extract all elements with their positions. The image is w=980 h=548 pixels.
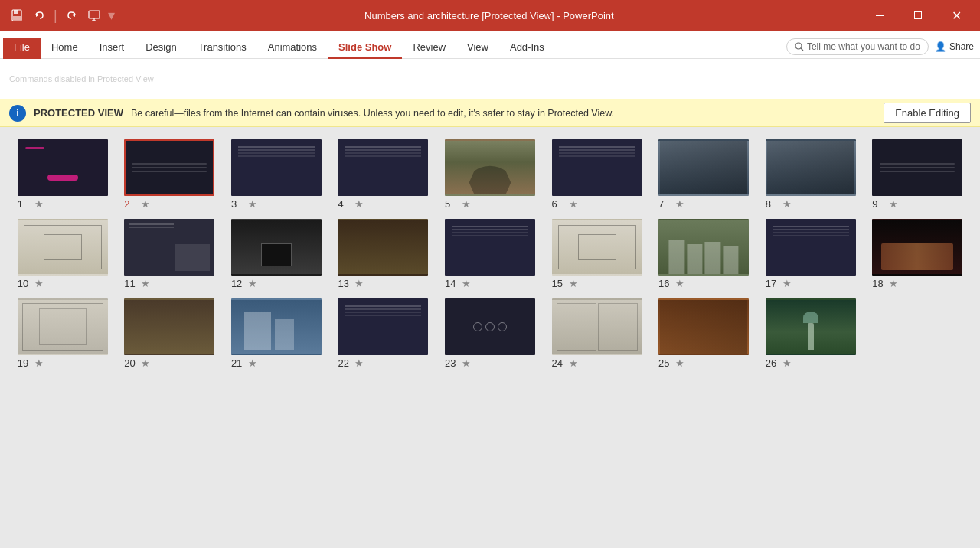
slide-thumbnail-24: [552, 298, 642, 355]
slide-star-12[interactable]: ★: [248, 278, 257, 289]
slide-star-20[interactable]: ★: [141, 357, 150, 369]
slide-star-8[interactable]: ★: [782, 198, 792, 210]
slide-item-11[interactable]: 11 ★: [119, 219, 220, 289]
tab-design[interactable]: Design: [135, 38, 187, 59]
tab-slideshow[interactable]: Slide Show: [328, 38, 402, 59]
slide-number-20: 20: [124, 357, 138, 369]
slide-number-3: 3: [231, 198, 245, 210]
slide-star-17[interactable]: ★: [782, 278, 792, 289]
slide-preview: [660, 220, 747, 274]
slide-item-26[interactable]: 26 ★: [760, 298, 861, 369]
tab-view[interactable]: View: [456, 38, 499, 59]
slide-number-26: 26: [766, 357, 779, 369]
slide-star-14[interactable]: ★: [462, 278, 471, 289]
slide-thumbnail-1: [18, 139, 108, 196]
slide-star-18[interactable]: ★: [889, 278, 898, 289]
slide-preview: [233, 300, 320, 354]
slide-star-24[interactable]: ★: [569, 357, 578, 369]
slide-star-25[interactable]: ★: [675, 357, 684, 369]
tab-file[interactable]: File: [3, 38, 41, 59]
slide-preview: [660, 141, 747, 194]
tell-me-input[interactable]: Tell me what you want to do: [786, 38, 929, 55]
slide-thumbnail-12: [231, 219, 322, 276]
slide-item-1[interactable]: 1 ★: [12, 139, 113, 210]
slide-item-18[interactable]: 18 ★: [867, 219, 968, 289]
slide-star-11[interactable]: ★: [141, 278, 150, 289]
present-button[interactable]: [83, 5, 105, 26]
undo-button[interactable]: [29, 5, 51, 26]
close-button[interactable]: ✕: [939, 0, 974, 31]
slide-item-14[interactable]: 14 ★: [439, 219, 541, 289]
slide-item-20[interactable]: 20 ★: [119, 298, 220, 369]
redo-button[interactable]: [60, 5, 82, 26]
slide-star-6[interactable]: ★: [569, 198, 578, 210]
slide-star-22[interactable]: ★: [354, 357, 364, 369]
slide-item-22[interactable]: 22 ★: [333, 298, 434, 369]
slide-item-9[interactable]: 9 ★: [867, 139, 968, 210]
slide-star-9[interactable]: ★: [889, 198, 898, 210]
user-area[interactable]: 👤 Share: [935, 41, 974, 52]
slide-item-21[interactable]: 21 ★: [226, 298, 327, 369]
slide-item-17[interactable]: 17 ★: [760, 219, 861, 289]
slide-star-15[interactable]: ★: [569, 278, 578, 289]
slide-item-15[interactable]: 15 ★: [547, 219, 648, 289]
slide-item-23[interactable]: 23 ★: [439, 298, 541, 369]
enable-editing-button[interactable]: Enable Editing: [884, 103, 971, 123]
slide-footer-17: 17 ★: [766, 278, 856, 289]
slide-item-12[interactable]: 12 ★: [226, 219, 327, 289]
slide-item-16[interactable]: 16 ★: [653, 219, 754, 289]
slide-footer-21: 21 ★: [231, 357, 322, 369]
slide-star-21[interactable]: ★: [248, 357, 257, 369]
slide-star-2[interactable]: ★: [141, 198, 150, 210]
slide-number-6: 6: [552, 198, 566, 210]
slide-thumbnail-23: [445, 298, 535, 355]
slide-item-13[interactable]: 13 ★: [333, 219, 434, 289]
slide-item-3[interactable]: 3 ★: [226, 139, 327, 210]
tab-review[interactable]: Review: [402, 38, 456, 59]
slide-item-8[interactable]: 8 ★: [760, 139, 861, 210]
slide-item-4[interactable]: 4 ★: [333, 139, 434, 210]
tab-addins[interactable]: Add-Ins: [499, 38, 555, 59]
slide-star-10[interactable]: ★: [34, 278, 44, 289]
slide-footer-22: 22 ★: [338, 357, 428, 369]
slide-item-10[interactable]: 10 ★: [12, 219, 113, 289]
slide-number-15: 15: [552, 278, 566, 289]
slide-item-6[interactable]: 6 ★: [547, 139, 648, 210]
slide-star-26[interactable]: ★: [782, 357, 792, 369]
slide-thumbnail-18: [872, 219, 962, 276]
slide-footer-25: 25 ★: [658, 357, 749, 369]
tab-transitions[interactable]: Transitions: [188, 38, 257, 59]
slide-star-16[interactable]: ★: [675, 278, 684, 289]
slide-number-7: 7: [658, 198, 672, 210]
slide-item-5[interactable]: 5 ★: [439, 139, 541, 210]
slide-item-2[interactable]: 2 ★: [119, 139, 220, 210]
slide-footer-13: 13 ★: [338, 278, 428, 289]
slide-star-3[interactable]: ★: [248, 198, 257, 210]
slide-item-24[interactable]: 24 ★: [547, 298, 648, 369]
slide-star-23[interactable]: ★: [462, 357, 471, 369]
slide-item-25[interactable]: 25 ★: [653, 298, 754, 369]
slide-star-7[interactable]: ★: [675, 198, 684, 210]
quick-access-toolbar: | ▾: [6, 5, 116, 26]
minimize-button[interactable]: [862, 0, 897, 31]
slide-star-1[interactable]: ★: [34, 198, 44, 210]
slide-footer-26: 26 ★: [766, 357, 856, 369]
tab-animations[interactable]: Animations: [257, 38, 328, 59]
slide-grid: 1 ★ 2 ★ 3 ★ 4 ★: [12, 139, 968, 369]
tab-insert[interactable]: Insert: [89, 38, 136, 59]
title-bar-left: | ▾: [6, 5, 116, 26]
slide-star-4[interactable]: ★: [354, 198, 364, 210]
tab-home[interactable]: Home: [41, 38, 89, 59]
slide-star-13[interactable]: ★: [354, 278, 364, 289]
slide-footer-2: 2 ★: [124, 198, 214, 210]
slide-star-5[interactable]: ★: [462, 198, 471, 210]
slide-star-19[interactable]: ★: [34, 357, 44, 369]
slide-item-7[interactable]: 7 ★: [653, 139, 754, 210]
restore-button[interactable]: [900, 0, 936, 31]
save-button[interactable]: [6, 5, 28, 26]
slide-preview: [446, 300, 534, 354]
slide-item-19[interactable]: 19 ★: [12, 298, 113, 369]
separator: |: [54, 8, 57, 24]
slide-footer-11: 11 ★: [124, 278, 214, 289]
slide-thumbnail-13: [338, 219, 428, 276]
